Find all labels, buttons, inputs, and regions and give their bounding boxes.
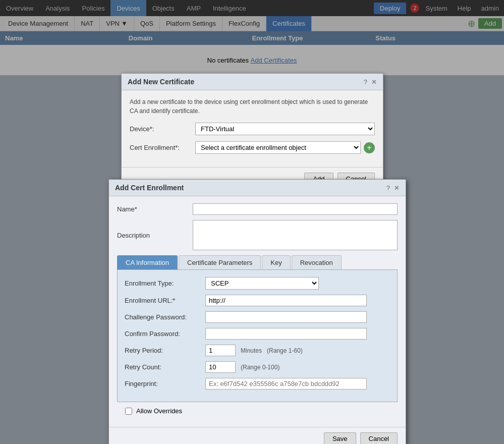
dialog-anc-header: Add New Certificate ? ✕: [122, 74, 383, 90]
cert-enrollment-select[interactable]: Select a certificate enrollment object: [195, 141, 361, 154]
dialog-ace-title: Add Cert Enrollment: [115, 184, 184, 192]
enrollment-type-select[interactable]: SCEP: [205, 277, 319, 290]
enrollment-type-row: Enrollment Type: SCEP: [125, 277, 390, 290]
device-select-wrapper: FTD-Virtual: [195, 123, 375, 135]
confirm-password-row: Confirm Password:: [125, 328, 390, 340]
retry-count-label: Retry Count:: [125, 363, 205, 371]
dialog-ace-help-icon[interactable]: ?: [386, 184, 390, 192]
cert-enrollment-wrapper: Select a certificate enrollment object +: [195, 141, 375, 154]
dialog-ace-body: Name* Description CA Information Certifi…: [109, 196, 406, 427]
enrollment-type-label: Enrollment Type:: [125, 280, 205, 287]
dialog-anc-description: Add a new certificate to the device usin…: [130, 97, 375, 116]
ace-description-row: Description: [117, 220, 398, 250]
ace-description-label: Description: [117, 232, 193, 239]
retry-count-input[interactable]: [205, 361, 236, 373]
challenge-password-label: Challenge Password:: [125, 313, 205, 321]
retry-period-row: Retry Period: Minutes (Range 1-60): [125, 345, 390, 356]
dialog-ace-cancel-button[interactable]: Cancel: [360, 432, 398, 444]
add-enrollment-button[interactable]: +: [364, 142, 375, 153]
retry-period-range: (Range 1-60): [267, 347, 303, 354]
dialog-ace-header: Add Cert Enrollment ? ✕: [109, 180, 406, 196]
allow-overrides-label: Allow Overrides: [136, 407, 182, 415]
retry-count-range: (Range 0-100): [241, 364, 279, 371]
ace-name-input[interactable]: [193, 203, 398, 215]
dialog-ace-icons: ? ✕: [386, 184, 400, 192]
ace-name-label: Name*: [117, 205, 193, 213]
dialog-anc-close-icon[interactable]: ✕: [371, 78, 377, 86]
fingerprint-label: Fingerprint:: [125, 380, 205, 387]
add-new-certificate-dialog: Add New Certificate ? ✕ Add a new certif…: [121, 73, 383, 191]
cert-enrollment-label: Cert Enrollment*:: [130, 144, 195, 151]
allow-overrides-row: Allow Overrides: [117, 402, 398, 420]
add-cert-enrollment-dialog: Add Cert Enrollment ? ✕ Name* Descriptio…: [108, 179, 406, 444]
retry-count-row: Retry Count: (Range 0-100): [125, 361, 390, 373]
retry-period-unit: Minutes: [241, 347, 262, 354]
tab-revocation[interactable]: Revocation: [292, 255, 342, 269]
dialog-anc-body: Add a new certificate to the device usin…: [122, 90, 383, 167]
tab-ca-information[interactable]: CA Information: [117, 255, 178, 269]
ace-name-row: Name*: [117, 203, 398, 215]
enrollment-url-row: Enrollment URL:*: [125, 295, 390, 306]
confirm-password-label: Confirm Password:: [125, 330, 205, 338]
dialog-ace-footer: Save Cancel: [109, 427, 406, 444]
dialog-ace-close-icon[interactable]: ✕: [394, 184, 400, 192]
confirm-password-input[interactable]: [205, 328, 367, 340]
enrollment-url-label: Enrollment URL:*: [125, 297, 205, 304]
dialog-anc-title: Add New Certificate: [128, 78, 194, 86]
dialog-anc-icons: ? ✕: [364, 78, 377, 86]
tab-certificate-parameters[interactable]: Certificate Parameters: [179, 255, 261, 269]
challenge-password-row: Challenge Password:: [125, 311, 390, 323]
tab-ca-content: Enrollment Type: SCEP Enrollment URL:* C…: [117, 270, 398, 402]
fingerprint-input[interactable]: [205, 378, 367, 390]
device-label: Device*:: [130, 125, 195, 133]
fingerprint-row: Fingerprint:: [125, 378, 390, 390]
tab-key[interactable]: Key: [262, 255, 290, 269]
cert-enrollment-row: Cert Enrollment*: Select a certificate e…: [130, 141, 375, 154]
ace-tabs: CA Information Certificate Parameters Ke…: [117, 255, 398, 270]
allow-overrides-checkbox[interactable]: [125, 408, 132, 415]
device-row: Device*: FTD-Virtual: [130, 123, 375, 135]
retry-period-input[interactable]: [205, 345, 236, 356]
retry-period-label: Retry Period:: [125, 347, 205, 354]
device-select[interactable]: FTD-Virtual: [195, 123, 375, 135]
enrollment-url-input[interactable]: [205, 295, 367, 306]
ace-description-input[interactable]: [193, 220, 398, 250]
dialog-ace-save-button[interactable]: Save: [324, 432, 356, 444]
dialog-anc-help-icon[interactable]: ?: [364, 78, 367, 86]
challenge-password-input[interactable]: [205, 311, 367, 323]
